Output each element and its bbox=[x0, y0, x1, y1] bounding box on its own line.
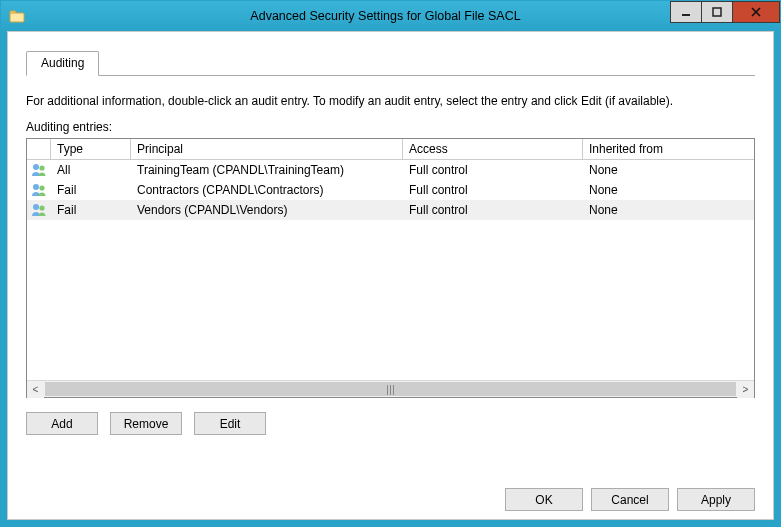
col-header-principal[interactable]: Principal bbox=[131, 139, 403, 160]
horizontal-scrollbar[interactable]: < > bbox=[27, 380, 754, 397]
scroll-thumb-grips bbox=[386, 385, 396, 395]
table-row[interactable]: Fail Vendors (CPANDL\Vendors) Full contr… bbox=[27, 200, 754, 220]
close-icon bbox=[750, 6, 762, 18]
window-title: Advanced Security Settings for Global Fi… bbox=[31, 9, 780, 23]
info-text: For additional information, double-click… bbox=[26, 94, 755, 108]
col-header-icon[interactable] bbox=[27, 139, 51, 160]
grid-header-row: Type Principal Access Inherited from bbox=[27, 139, 754, 160]
minimize-icon bbox=[681, 7, 691, 17]
cell-access: Full control bbox=[403, 161, 583, 179]
dialog-buttons: OK Cancel Apply bbox=[26, 468, 755, 511]
minimize-button[interactable] bbox=[670, 1, 702, 23]
svg-rect-2 bbox=[682, 14, 690, 16]
group-icon bbox=[31, 202, 47, 218]
table-row[interactable]: Fail Contractors (CPANDL\Contractors) Fu… bbox=[27, 180, 754, 200]
cell-principal: TrainingTeam (CPANDL\TrainingTeam) bbox=[131, 161, 403, 179]
cell-principal: Contractors (CPANDL\Contractors) bbox=[131, 181, 403, 199]
tab-baseline bbox=[26, 75, 755, 76]
window-frame: Advanced Security Settings for Global Fi… bbox=[0, 0, 781, 527]
auditing-entries-grid: Type Principal Access Inherited from Al bbox=[26, 138, 755, 398]
scroll-track[interactable] bbox=[44, 381, 737, 397]
window-chrome: Auditing For additional information, dou… bbox=[1, 31, 780, 526]
maximize-button[interactable] bbox=[701, 1, 733, 23]
cell-access: Full control bbox=[403, 201, 583, 219]
app-icon bbox=[9, 8, 25, 24]
svg-point-9 bbox=[39, 185, 44, 190]
add-button[interactable]: Add bbox=[26, 412, 98, 435]
row-icon-cell bbox=[27, 200, 51, 220]
svg-point-10 bbox=[33, 204, 39, 210]
chevron-left-icon: < bbox=[33, 384, 39, 395]
svg-rect-1 bbox=[10, 13, 24, 22]
group-icon bbox=[31, 162, 47, 178]
scroll-thumb[interactable] bbox=[45, 382, 736, 396]
cell-inherited: None bbox=[583, 161, 754, 179]
scroll-left-button[interactable]: < bbox=[27, 381, 44, 398]
grid-body: All TrainingTeam (CPANDL\TrainingTeam) F… bbox=[27, 160, 754, 380]
group-icon bbox=[31, 182, 47, 198]
remove-button[interactable]: Remove bbox=[110, 412, 182, 435]
svg-point-6 bbox=[33, 164, 39, 170]
row-icon-cell bbox=[27, 180, 51, 200]
col-header-type[interactable]: Type bbox=[51, 139, 131, 160]
close-button[interactable] bbox=[732, 1, 780, 23]
col-header-inherited[interactable]: Inherited from bbox=[583, 139, 754, 160]
tab-auditing[interactable]: Auditing bbox=[26, 51, 99, 76]
titlebar[interactable]: Advanced Security Settings for Global Fi… bbox=[1, 1, 780, 31]
window-controls bbox=[671, 1, 780, 23]
ok-button[interactable]: OK bbox=[505, 488, 583, 511]
col-header-access[interactable]: Access bbox=[403, 139, 583, 160]
tabstrip: Auditing bbox=[26, 50, 755, 76]
cell-type: All bbox=[51, 161, 131, 179]
cell-type: Fail bbox=[51, 201, 131, 219]
cancel-button[interactable]: Cancel bbox=[591, 488, 669, 511]
cell-inherited: None bbox=[583, 181, 754, 199]
scroll-right-button[interactable]: > bbox=[737, 381, 754, 398]
entry-action-buttons: Add Remove Edit bbox=[26, 412, 755, 435]
apply-button[interactable]: Apply bbox=[677, 488, 755, 511]
row-icon-cell bbox=[27, 160, 51, 180]
svg-point-7 bbox=[39, 165, 44, 170]
edit-button[interactable]: Edit bbox=[194, 412, 266, 435]
chevron-right-icon: > bbox=[743, 384, 749, 395]
svg-point-11 bbox=[39, 205, 44, 210]
cell-principal: Vendors (CPANDL\Vendors) bbox=[131, 201, 403, 219]
auditing-entries-label: Auditing entries: bbox=[26, 120, 755, 134]
cell-inherited: None bbox=[583, 201, 754, 219]
maximize-icon bbox=[712, 7, 722, 17]
cell-access: Full control bbox=[403, 181, 583, 199]
svg-point-8 bbox=[33, 184, 39, 190]
table-row[interactable]: All TrainingTeam (CPANDL\TrainingTeam) F… bbox=[27, 160, 754, 180]
client-area: Auditing For additional information, dou… bbox=[7, 31, 774, 520]
svg-rect-3 bbox=[713, 8, 721, 16]
cell-type: Fail bbox=[51, 181, 131, 199]
